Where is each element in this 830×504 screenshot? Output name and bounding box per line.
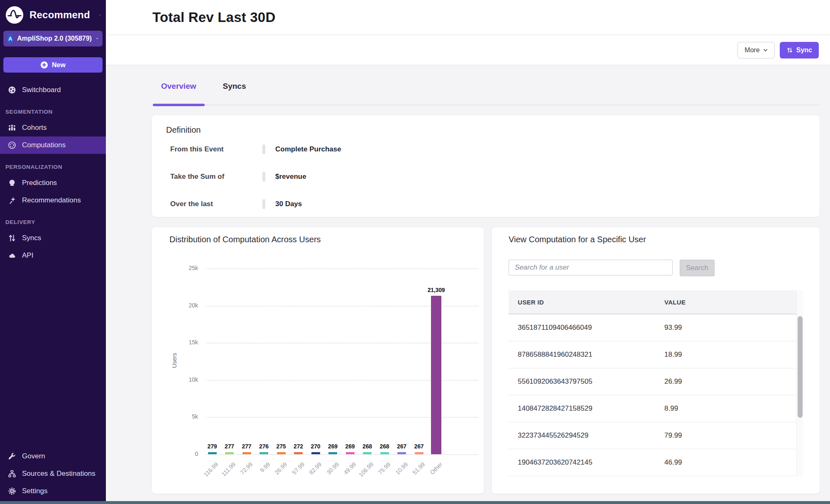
definition-row-label: Take the Sum of xyxy=(170,173,257,181)
sidebar-item-switchboard[interactable]: Switchboard xyxy=(0,81,106,99)
value-cell: 79.99 xyxy=(664,431,682,440)
sidebar-item-sources-destinations[interactable]: Sources & Destinations xyxy=(0,465,106,482)
definition-row-value: $revenue xyxy=(275,173,306,181)
y-axis-tick: 25k xyxy=(169,265,198,271)
definition-row: From this Event Complete Purchase xyxy=(170,144,341,154)
sidebar-item-syncs[interactable]: Syncs xyxy=(0,229,106,247)
bar-57-99[interactable] xyxy=(294,452,303,454)
user-id-cell: 322373445526294529 xyxy=(509,431,664,440)
bar-106-99[interactable] xyxy=(363,452,372,454)
computations-icon xyxy=(8,141,16,149)
sidebar-item-cohorts[interactable]: Cohorts xyxy=(0,119,106,136)
sidebar-section-personalization: PERSONALIZATION xyxy=(0,154,106,174)
table-row[interactable]: 365187110940646604993.99 xyxy=(509,314,796,341)
scrollbar-thumb[interactable] xyxy=(798,316,803,418)
table-row[interactable]: 190463720362074214546.99 xyxy=(509,449,796,476)
bar-9-99[interactable] xyxy=(260,452,268,454)
column-header-user-id: USER ID xyxy=(509,299,664,306)
separator xyxy=(262,172,265,182)
table-row[interactable]: 32237344552629452979.99 xyxy=(509,422,796,449)
sidebar-item-label: Switchboard xyxy=(22,86,61,94)
sidebar-item-label: Settings xyxy=(22,487,47,495)
bottom-edge-strip xyxy=(0,501,830,504)
sync-button-label: Sync xyxy=(796,46,812,54)
more-button[interactable]: More xyxy=(737,42,774,58)
x-axis-tick: 116.99 xyxy=(188,461,219,492)
sidebar-item-govern[interactable]: Govern xyxy=(0,448,106,465)
y-axis-tick: 0 xyxy=(169,450,198,457)
gridline xyxy=(206,454,478,455)
sidebar-item-computations[interactable]: Computations xyxy=(0,136,106,154)
page-title: Total Rev Last 30D xyxy=(152,10,275,25)
cohorts-icon xyxy=(8,124,16,132)
definition-row: Take the Sum of $revenue xyxy=(170,172,306,182)
chevron-down-icon xyxy=(99,13,101,17)
sidebar-item-label: Sources & Destinations xyxy=(22,470,95,478)
user-id-cell: 5561092063643797505 xyxy=(509,377,664,386)
table-row[interactable]: 556109206364379750526.99 xyxy=(509,368,796,395)
recommendations-icon xyxy=(8,196,16,205)
definition-row-value: Complete Purchase xyxy=(275,145,341,153)
sidebar-item-recommendations[interactable]: Recommendations xyxy=(0,192,106,209)
sync-button[interactable]: Sync xyxy=(780,42,819,58)
settings-icon xyxy=(8,487,16,495)
syncs-icon xyxy=(8,234,16,242)
y-axis-tick: 5k xyxy=(169,413,198,420)
tab-overview[interactable]: Overview xyxy=(153,65,205,105)
bar-10-99[interactable] xyxy=(397,452,406,454)
search-button[interactable]: Search xyxy=(680,260,715,276)
bar-75-99[interactable] xyxy=(380,452,389,454)
sidebar-item-settings[interactable]: Settings xyxy=(0,482,106,500)
table-header-row: USER ID VALUE xyxy=(509,290,796,314)
user-lookup-card: View Computation for a Specific User Sea… xyxy=(492,227,820,494)
sidebar: Recommend A AmpliShop 2.0 (305879) New S… xyxy=(0,0,106,504)
distribution-chart-card: Distribution of Computation Across Users… xyxy=(152,227,484,494)
sidebar-item-label: Cohorts xyxy=(22,124,47,132)
tab-bar: Overview Syncs xyxy=(153,65,820,105)
definition-row-label: Over the last xyxy=(170,200,257,208)
amplitude-logo-icon xyxy=(5,5,24,24)
toolbar: More Sync xyxy=(106,35,830,65)
user-search-input[interactable] xyxy=(509,260,673,275)
value-cell: 18.99 xyxy=(664,351,682,359)
bar-72-99[interactable] xyxy=(242,452,251,454)
definition-row: Over the last 30 Days xyxy=(170,199,302,209)
project-selector[interactable]: A AmpliShop 2.0 (305879) xyxy=(3,31,103,46)
sources-icon xyxy=(8,470,16,478)
sidebar-nav: SwitchboardSEGMENTATIONCohortsComputatio… xyxy=(0,81,106,264)
value-cell: 93.99 xyxy=(664,324,682,332)
bar-111-99[interactable] xyxy=(225,452,234,454)
table-row[interactable]: 878658884196024832118.99 xyxy=(509,341,796,368)
bar-30-99[interactable] xyxy=(328,452,337,454)
sidebar-item-predictions[interactable]: Predictions xyxy=(0,174,106,192)
project-name: AmpliShop 2.0 (305879) xyxy=(17,35,92,42)
brand-header[interactable]: Recommend xyxy=(0,0,106,26)
bar-26-99[interactable] xyxy=(277,452,286,454)
definition-row-label: From this Event xyxy=(170,145,257,153)
table-row[interactable]: 14084728284271585298.99 xyxy=(509,395,796,422)
user-id-cell: 1904637203620742145 xyxy=(509,458,664,467)
definition-title: Definition xyxy=(166,125,201,135)
bar-51-99[interactable] xyxy=(415,452,424,454)
api-icon xyxy=(8,251,16,260)
sidebar-item-api[interactable]: API xyxy=(0,247,106,264)
user-id-cell: 3651871109406466049 xyxy=(509,324,664,332)
value-cell: 46.99 xyxy=(664,458,682,467)
sidebar-item-label: Syncs xyxy=(22,234,41,242)
bar-value-label: 267 xyxy=(406,443,432,450)
y-axis-tick: 10k xyxy=(169,376,198,383)
separator xyxy=(262,199,265,209)
bar-other[interactable] xyxy=(431,296,441,454)
definition-row-value: 30 Days xyxy=(275,200,302,208)
chevron-down-icon xyxy=(763,49,768,52)
bar-116-99[interactable] xyxy=(208,452,217,454)
table-scrollbar[interactable] xyxy=(796,290,803,476)
tab-syncs[interactable]: Syncs xyxy=(215,65,255,105)
sidebar-footer-nav: GovernSources & DestinationsSettings xyxy=(0,448,106,500)
user-lookup-title: View Computation for a Specific User xyxy=(509,235,646,244)
bar-49-99[interactable] xyxy=(346,452,355,454)
y-axis-title: Users xyxy=(171,353,178,368)
bar-82-99[interactable] xyxy=(311,452,320,454)
new-button-label: New xyxy=(52,61,66,69)
new-button[interactable]: New xyxy=(3,57,103,73)
